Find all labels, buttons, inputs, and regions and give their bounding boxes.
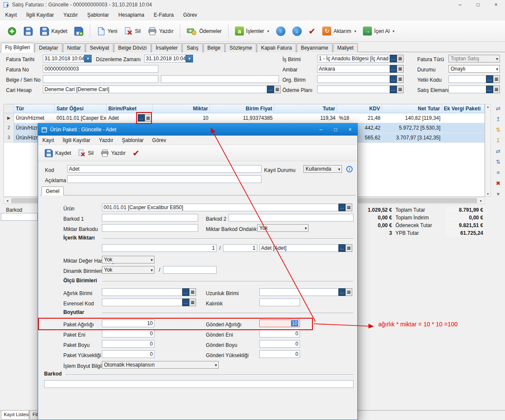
barkod2-input[interactable] <box>229 214 354 222</box>
col-miktar[interactable]: Miktar <box>153 104 210 113</box>
miktar-deger-hassasiyeti-select[interactable]: Yok <box>102 256 154 263</box>
scroll-down-icon[interactable]: ▾ <box>487 192 489 196</box>
icerik-miktari-input-2[interactable]: 1 <box>223 244 257 252</box>
cell-tur[interactable]: Ürün/Hizmet <box>14 113 55 123</box>
scroll-right-icon[interactable]: ▸ <box>478 198 484 204</box>
agirlik-birimi-input[interactable] <box>102 288 182 296</box>
dinamik-birimleme-input[interactable] <box>163 266 217 274</box>
satis-elemani-input[interactable] <box>449 86 486 93</box>
gonderi-boyu-input[interactable]: 0 <box>259 340 300 348</box>
save-button[interactable]: Kaydet <box>42 147 73 159</box>
kalinlik-input[interactable] <box>259 299 300 306</box>
browse-icon[interactable]: ▦ <box>397 75 404 83</box>
lookup-icon[interactable]: ... <box>339 244 345 252</box>
urun-input[interactable]: 001.01.01 [Casper Excalibur E850] <box>102 204 339 211</box>
minimize-icon[interactable]: – <box>314 124 328 136</box>
import-button[interactable]: →İçeri Al▾ <box>361 25 397 37</box>
close-icon[interactable]: × <box>487 0 505 9</box>
menu-hesaplama[interactable]: Hesaplama <box>119 12 145 18</box>
menu-gorev[interactable]: Görev <box>183 12 197 18</box>
duzenleme-zamani-input[interactable]: 31.10.2018 10:04 <box>144 55 186 62</box>
dinamik-birimleme-select[interactable]: Yok <box>102 266 154 274</box>
miktar-barkod-ondalik-select[interactable]: Yok <box>257 224 309 232</box>
browse-icon[interactable]: ▦ <box>397 65 404 73</box>
is-birimi-input[interactable]: 1 - İç Anadolu Bölgesi [İç Anad <box>317 55 390 62</box>
maximize-icon[interactable]: □ <box>469 0 487 9</box>
cell-net-tutar[interactable]: 3.707,97 [3.142,35] <box>382 133 442 142</box>
fatura-turu-select[interactable]: Toptan Satış <box>449 55 500 62</box>
col-net-tutar[interactable]: Net Tutar <box>382 104 442 113</box>
lookup-icon[interactable]: ... <box>267 86 274 93</box>
tab-belge[interactable]: Belge <box>203 43 225 52</box>
tab-kapali-fatura[interactable]: Kapalı Fatura <box>257 43 296 52</box>
cell-birim-fiyat[interactable]: 11,93374385 <box>210 113 274 123</box>
tab-sevkiyat[interactable]: Sevkiyat <box>86 43 113 52</box>
menu-gorev[interactable]: Görev <box>152 137 166 143</box>
cell-birim-paket[interactable]: Adet ...▦ <box>107 113 153 123</box>
grid-delete-line-icon[interactable]: ✖ <box>494 180 502 187</box>
previous-record-button[interactable]: ↑ <box>274 25 288 38</box>
menu-sablonlar[interactable]: Şablonlar <box>87 12 109 18</box>
next-record-button[interactable]: ↓ <box>290 25 304 38</box>
paket-eni-input[interactable]: 0 <box>102 330 154 337</box>
grid-paste-icon[interactable]: ↧ <box>494 137 502 145</box>
uzunluk-birimi-input[interactable] <box>259 288 339 296</box>
delete-button[interactable]: Sil <box>76 148 95 159</box>
odeme-plani-input[interactable] <box>317 86 390 93</box>
grid-import-icon[interactable]: ↥ <box>494 115 502 123</box>
aciklama-input[interactable] <box>67 175 261 183</box>
browse-icon[interactable]: ▦ <box>345 288 352 296</box>
scroll-up-icon[interactable]: ▴ <box>487 105 489 109</box>
tab-beyanname[interactable]: Beyanname <box>297 43 333 52</box>
col-kdv[interactable]: KDV <box>337 104 382 113</box>
grid-collapse-icon[interactable]: ▾ <box>494 190 502 198</box>
browse-icon[interactable]: ▦ <box>493 86 500 93</box>
kayit-durumu-select[interactable]: Kullanımda <box>303 165 342 173</box>
menu-yazdir[interactable]: Yazdır <box>63 12 78 18</box>
barkod-input[interactable] <box>44 380 354 388</box>
org-birim-input[interactable] <box>317 75 390 83</box>
menu-efatura[interactable]: E-Fatura <box>154 12 174 18</box>
lookup-icon[interactable]: ... <box>390 75 397 83</box>
menu-ilgili-kayitlar[interactable]: İlgili Kayıtlar <box>26 12 54 18</box>
tab-belge-dovizi[interactable]: Belge Dövizi <box>114 43 151 52</box>
browse-icon[interactable]: ▦ <box>145 114 152 121</box>
maximize-icon[interactable]: □ <box>328 124 343 136</box>
cell-net-tutar[interactable]: 140,82 [119,34] <box>382 113 442 123</box>
delete-button[interactable]: Sil <box>122 25 143 37</box>
paket-agirligi-input[interactable]: 10 <box>102 319 154 327</box>
browse-icon[interactable]: ▦ <box>345 204 352 211</box>
lookup-icon[interactable]: ... <box>339 288 345 296</box>
new-button[interactable]: Yeni <box>95 25 119 37</box>
browse-icon[interactable]: ▦ <box>345 244 352 252</box>
grid-move-up-icon[interactable]: ⇄ <box>494 148 502 155</box>
cell-ek-vergi[interactable] <box>442 133 484 142</box>
browse-icon[interactable]: ▦ <box>397 55 404 62</box>
lookup-icon[interactable]: ... <box>390 55 397 62</box>
gonderi-yuksekligi-input[interactable]: 0 <box>259 350 300 358</box>
fatura-tarihi-input[interactable]: 31.10.2018 10:04 <box>43 55 84 62</box>
print-button[interactable]: Yazdır <box>146 25 176 37</box>
lookup-icon[interactable]: ... <box>182 299 189 306</box>
bottom-tab-kayit-listesi[interactable]: Kayıt Listesi <box>1 411 29 420</box>
col-tur[interactable]: Tür <box>14 104 55 113</box>
evrensel-kod-input[interactable] <box>102 299 182 306</box>
menu-ilgili-kayitlar[interactable]: İlgili Kayıtlar <box>62 137 90 143</box>
save-button[interactable]: Kaydet <box>38 25 69 38</box>
grid-copy-icon[interactable]: ⇅ <box>494 126 502 134</box>
paket-yuksekligi-input[interactable]: 0 <box>102 350 154 358</box>
lookup-icon[interactable]: ... <box>182 288 189 296</box>
fatura-tarihi-dropdown-icon[interactable]: ▾ <box>84 55 92 62</box>
gonderi-eni-input[interactable]: 0 <box>259 330 300 337</box>
lookup-icon[interactable]: ... <box>390 65 397 73</box>
add-button[interactable] <box>5 25 19 38</box>
gonderi-agirligi-input[interactable]: 10 <box>259 319 300 327</box>
cari-hesap-input[interactable]: Deneme Cari [Deneme Cari] <box>43 86 267 93</box>
minimize-icon[interactable]: – <box>451 0 469 9</box>
grid-export-icon[interactable]: ⇄ <box>494 105 502 112</box>
tab-notlar[interactable]: Notlar <box>63 43 85 52</box>
cell-satir-ogesi[interactable]: 001.01.01 [Casper Excalibur ... <box>55 113 107 123</box>
browse-icon[interactable]: ▦ <box>397 86 404 93</box>
lookup-icon[interactable]: ... <box>339 204 345 211</box>
cell-ek-vergi[interactable] <box>442 113 484 123</box>
